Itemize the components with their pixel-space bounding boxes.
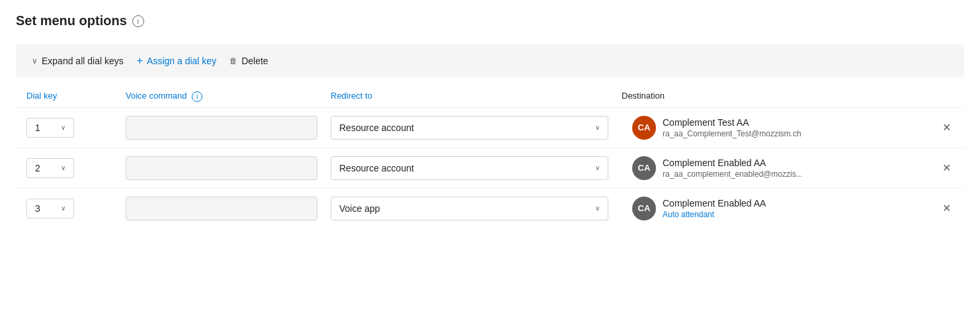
dial-key-selector-1[interactable]: 1 ∨ — [26, 118, 74, 138]
chevron-icon: ∨ — [61, 124, 65, 131]
voice-command-info-icon[interactable]: i — [192, 91, 202, 102]
chevron-down-icon: ∨ — [595, 124, 600, 131]
dial-key-cell-3: 3 ∨ — [26, 199, 126, 218]
table-row: 2 ∨ Resource account ∨ CA Complement Ena… — [16, 148, 964, 188]
dest-sub-3: Auto attendant — [663, 210, 928, 219]
header-voice-command: Voice command i — [126, 91, 331, 102]
dest-info-2: Complement Enabled AA ra_aa_complement_e… — [663, 158, 928, 179]
voice-cmd-cell-1 — [126, 116, 331, 140]
redirect-cell-3: Voice app ∨ — [331, 197, 622, 220]
destination-cell-3: CA Complement Enabled AA Auto attendant … — [622, 197, 954, 220]
dest-name-3: Complement Enabled AA — [663, 198, 928, 209]
header-redirect-to: Redirect to — [331, 91, 622, 102]
redirect-to-select-3[interactable]: Voice app ∨ — [331, 197, 608, 220]
dial-key-selector-3[interactable]: 3 ∨ — [26, 199, 74, 218]
header-destination: Destination — [622, 91, 954, 102]
redirect-to-select-1[interactable]: Resource account ∨ — [331, 116, 608, 140]
page-title: Set menu options — [16, 13, 127, 28]
page-title-area: Set menu options i — [16, 13, 964, 28]
table-row: 1 ∨ Resource account ∨ CA Complement Tes… — [16, 107, 964, 148]
dest-name-2: Complement Enabled AA — [663, 158, 928, 168]
dial-key-cell-2: 2 ∨ — [26, 158, 126, 178]
assign-dial-key-button[interactable]: + Assign a dial key — [132, 51, 222, 71]
chevron-down-icon: ∨ — [595, 205, 600, 212]
redirect-to-select-2[interactable]: Resource account ∨ — [331, 156, 608, 180]
remove-row-2-button[interactable]: ✕ — [940, 160, 954, 176]
voice-command-input-3[interactable] — [126, 197, 317, 220]
dest-name-1: Complement Test AA — [663, 117, 928, 128]
expand-all-button[interactable]: ∨ Expand all dial keys — [26, 52, 129, 70]
table-header: Dial key Voice command i Redirect to Des… — [16, 85, 964, 107]
chevron-down-icon: ∨ — [595, 164, 600, 171]
dest-info-1: Complement Test AA ra_aa_Complement_Test… — [663, 117, 928, 138]
plus-icon: + — [137, 55, 143, 67]
dest-email-2: ra_aa_complement_enabled@mozzis... — [663, 169, 928, 179]
dial-key-selector-2[interactable]: 2 ∨ — [26, 158, 74, 178]
remove-row-3-button[interactable]: ✕ — [940, 201, 954, 216]
header-dial-key: Dial key — [26, 91, 126, 102]
voice-command-input-1[interactable] — [126, 116, 317, 140]
dest-email-1: ra_aa_Complement_Test@mozzism.ch — [663, 129, 928, 138]
toolbar: ∨ Expand all dial keys + Assign a dial k… — [16, 44, 964, 77]
chevron-icon: ∨ — [61, 164, 65, 171]
voice-cmd-cell-2 — [126, 156, 331, 180]
avatar-1: CA — [632, 116, 656, 140]
delete-button[interactable]: 🗑 Delete — [224, 52, 273, 70]
page-container: Set menu options i ∨ Expand all dial key… — [0, 0, 980, 331]
destination-cell-2: CA Complement Enabled AA ra_aa_complemen… — [622, 156, 954, 180]
voice-command-input-2[interactable] — [126, 156, 317, 180]
voice-cmd-cell-3 — [126, 197, 331, 220]
table-body: 1 ∨ Resource account ∨ CA Complement Tes… — [16, 107, 964, 228]
avatar-3: CA — [632, 197, 656, 220]
table-row: 3 ∨ Voice app ∨ CA Complement Enabled AA… — [16, 188, 964, 228]
chevron-down-icon: ∨ — [32, 56, 38, 66]
trash-icon: 🗑 — [229, 56, 237, 66]
redirect-cell-2: Resource account ∨ — [331, 156, 622, 180]
remove-row-1-button[interactable]: ✕ — [940, 120, 954, 136]
redirect-cell-1: Resource account ∨ — [331, 116, 622, 140]
destination-cell-1: CA Complement Test AA ra_aa_Complement_T… — [622, 116, 954, 140]
chevron-icon: ∨ — [61, 205, 65, 212]
avatar-2: CA — [632, 156, 656, 180]
page-title-info-icon[interactable]: i — [132, 15, 144, 27]
dial-key-cell-1: 1 ∨ — [26, 118, 126, 138]
dest-info-3: Complement Enabled AA Auto attendant — [663, 198, 928, 219]
